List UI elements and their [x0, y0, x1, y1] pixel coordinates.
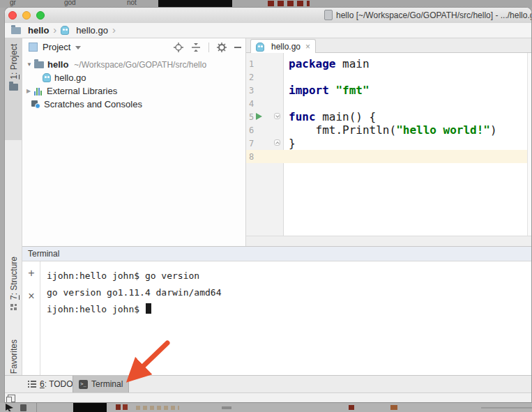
line-number: 4: [246, 99, 254, 109]
code-line[interactable]: 1package main: [246, 57, 527, 70]
code-text: [284, 150, 289, 163]
project-view-selector[interactable]: Project: [43, 42, 70, 52]
code-line[interactable]: 3import "fmt": [246, 84, 527, 97]
settings-gear-icon[interactable]: [217, 43, 227, 52]
gutter-cell: 3: [246, 84, 284, 97]
close-window-button[interactable]: [8, 11, 17, 20]
terminal-panel-title: Terminal: [28, 249, 59, 259]
tree-node-path: ~/Workspace/Go/GOPATH/src/hello: [74, 60, 206, 70]
tree-expand-icon[interactable]: ▼: [26, 61, 33, 68]
line-number: 6: [246, 125, 254, 135]
locate-icon[interactable]: [174, 43, 183, 52]
line-number: 8: [246, 152, 254, 162]
go-file-icon: [256, 43, 264, 52]
line-number: 7: [246, 139, 254, 148]
close-session-button[interactable]: ×: [22, 291, 40, 302]
background-red-text: [268, 1, 310, 6]
tree-node-label: hello: [47, 59, 68, 70]
code-editor-area[interactable]: 1package main23import "fmt"45func main()…: [246, 53, 531, 236]
todo-list-icon: [28, 381, 36, 388]
breadcrumb-item-hello-go[interactable]: hello.go: [61, 25, 108, 36]
project-tree: ▼ hello ~/Workspace/Go/GOPATH/src/hello …: [22, 58, 245, 111]
tree-row-scratches[interactable]: Scratches and Consoles: [22, 98, 245, 111]
gutter-cell: 5: [246, 110, 284, 123]
tree-node-label: Scratches and Consoles: [44, 99, 142, 109]
code-text: package main: [284, 57, 370, 70]
code-text: fmt.Println("hello world!"): [284, 123, 497, 137]
run-button-icon[interactable]: [256, 113, 262, 120]
code-text: }: [284, 137, 296, 150]
close-tab-icon[interactable]: ×: [305, 42, 310, 52]
chevron-right-icon: ›: [112, 24, 116, 36]
terminal-output[interactable]: ijohn:hello john$ go versiongo version g…: [40, 261, 531, 375]
tab-hello-go[interactable]: hello.go ×: [250, 39, 316, 54]
project-panel: Project: [22, 38, 246, 246]
terminal-line: ijohn:hello john$: [47, 301, 531, 318]
editor-bottom-strip: [246, 236, 531, 246]
terminal-panel-header[interactable]: Terminal: [22, 246, 531, 261]
background-divider: [36, 403, 37, 412]
sidebar-item-project[interactable]: 1: Project: [5, 38, 22, 140]
gutter-cell: 1: [246, 57, 284, 70]
terminal-toolbar: + ×: [22, 261, 40, 375]
line-number: 5: [246, 112, 254, 122]
tree-row-hello-go[interactable]: hello.go: [22, 71, 245, 84]
gutter-cell: 4: [246, 97, 284, 110]
tree-row-hello[interactable]: ▼ hello ~/Workspace/Go/GOPATH/src/hello: [22, 58, 245, 71]
code-line[interactable]: 2: [246, 70, 527, 84]
toggle-tool-windows-icon[interactable]: [8, 395, 15, 402]
folder-icon: [11, 27, 21, 34]
code-line[interactable]: 5func main() {: [246, 110, 527, 123]
traffic-lights: [8, 11, 45, 20]
background-text-smear: [136, 406, 179, 410]
editor-scrollbar[interactable]: [527, 53, 531, 236]
terminal-icon: >_: [79, 380, 88, 389]
code-line[interactable]: 4: [246, 97, 527, 110]
minimize-window-button[interactable]: [22, 11, 31, 20]
tool-window-label: Terminal: [91, 379, 123, 389]
ide-window: hello [~/Workspace/Go/GOPATH/src/hello] …: [4, 7, 532, 403]
sidebar-item-structure[interactable]: 7: Structure: [5, 251, 22, 332]
editor-tab-bar: hello.go ×: [246, 38, 531, 53]
code-line[interactable]: 8: [246, 150, 527, 163]
terminal-panel: + × ijohn:hello john$ go versiongo versi…: [22, 261, 531, 375]
background-tab-label: god: [64, 0, 76, 6]
folder-icon: [34, 61, 44, 68]
new-session-button[interactable]: +: [22, 268, 40, 279]
tool-window-button-todo[interactable]: 6: TODO: [22, 376, 79, 392]
fold-marker-icon[interactable]: [274, 139, 280, 146]
gutter-cell: 7: [246, 137, 284, 150]
fold-marker-icon[interactable]: [274, 113, 280, 119]
breadcrumb-label: hello.go: [76, 25, 108, 36]
background-red-mark: [123, 404, 128, 410]
line-number: 3: [246, 86, 254, 96]
bottom-tool-window-bar: 6: TODO >_ Terminal: [5, 375, 531, 392]
chevron-down-icon[interactable]: [75, 46, 81, 49]
tree-collapse-icon[interactable]: ▶: [26, 88, 33, 94]
window-title: hello [~/Workspace/Go/GOPATH/src/hello] …: [324, 10, 532, 20]
code-text: [284, 97, 289, 110]
breadcrumb-item-hello[interactable]: hello: [10, 25, 49, 36]
editor: hello.go × 1package main23import "fmt"45…: [246, 38, 531, 246]
tab-label: hello.go: [271, 42, 301, 52]
gutter-cell: 8: [246, 150, 284, 163]
hide-panel-icon[interactable]: [234, 47, 241, 48]
code-line[interactable]: 7}: [246, 137, 527, 150]
background-red-mark: [349, 405, 354, 410]
editor-lines: 1package main23import "fmt"45func main()…: [246, 57, 527, 163]
background-tab-label: gr: [10, 0, 16, 6]
zoom-window-button[interactable]: [36, 11, 45, 20]
tool-window-label: 6: TODO: [40, 379, 73, 389]
window-title-text: hello [~/Workspace/Go/GOPATH/src/hello] …: [336, 10, 532, 20]
breadcrumb: hello › hello.go ›: [5, 23, 531, 38]
project-view-icon: [29, 43, 38, 52]
background-dark-rect: [73, 403, 107, 412]
code-line[interactable]: 6 fmt.Println("hello world!"): [246, 123, 527, 137]
title-bar: hello [~/Workspace/Go/GOPATH/src/hello] …: [5, 8, 531, 24]
tree-row-external-libraries[interactable]: ▶ External Libraries: [22, 84, 245, 98]
tool-window-button-terminal[interactable]: >_ Terminal: [73, 376, 129, 392]
collapse-all-icon[interactable]: [191, 43, 201, 52]
document-icon: [324, 10, 333, 20]
breadcrumb-label: hello: [28, 25, 49, 36]
background-gray-line: [481, 407, 532, 409]
